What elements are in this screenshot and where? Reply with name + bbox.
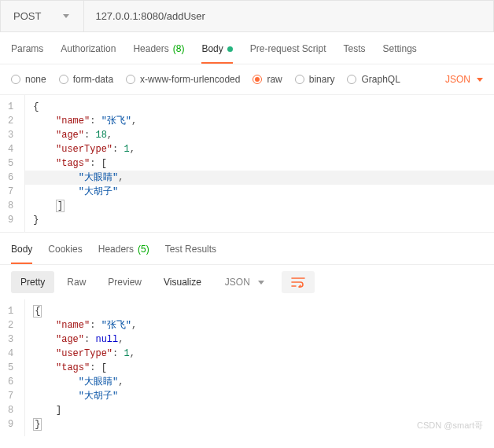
tab-headers[interactable]: Headers (8) xyxy=(133,43,184,64)
request-tabs: Params Authorization Headers (8) Body Pr… xyxy=(0,32,494,64)
tab-authorization[interactable]: Authorization xyxy=(61,43,116,64)
tab-settings[interactable]: Settings xyxy=(383,43,417,64)
url-bar: POST 127.0.0.1:8080/addUser xyxy=(0,0,494,32)
radio-label: GraphQL xyxy=(361,74,400,85)
view-raw[interactable]: Raw xyxy=(57,271,95,293)
wrap-lines-button[interactable] xyxy=(282,271,315,293)
tab-resp-headers[interactable]: Headers (5) xyxy=(98,244,149,264)
radio-urlencoded[interactable]: x-www-form-urlencoded xyxy=(126,74,240,85)
radio-raw[interactable]: raw xyxy=(253,74,282,85)
view-pretty[interactable]: Pretty xyxy=(11,271,54,293)
radio-binary[interactable]: binary xyxy=(295,74,335,85)
radio-label: x-www-form-urlencoded xyxy=(140,74,240,85)
tab-body-label: Body xyxy=(201,43,223,54)
response-view-row: Pretty Raw Preview Visualize JSON xyxy=(0,265,494,299)
radio-label: none xyxy=(25,74,46,85)
caret-down-icon xyxy=(477,78,483,82)
http-method-label: POST xyxy=(13,10,41,22)
radio-none[interactable]: none xyxy=(11,74,46,85)
tab-resp-body[interactable]: Body xyxy=(11,244,32,264)
body-lang-label: JSON xyxy=(445,74,470,85)
response-lang-label: JSON xyxy=(225,277,250,288)
view-preview[interactable]: Preview xyxy=(98,271,151,293)
tab-body[interactable]: Body xyxy=(201,43,232,64)
radio-icon xyxy=(11,75,20,84)
radio-label: binary xyxy=(309,74,335,85)
line-gutter: 123456789 xyxy=(0,299,25,436)
wrap-icon xyxy=(291,277,305,288)
response-tabs: Body Cookies Headers (5) Test Results xyxy=(0,233,494,265)
radio-label: form-data xyxy=(73,74,113,85)
radio-graphql[interactable]: GraphQL xyxy=(347,74,400,85)
radio-icon xyxy=(347,75,356,84)
radio-icon xyxy=(59,75,68,84)
url-input[interactable]: 127.0.0.1:8080/addUser xyxy=(84,1,493,31)
response-lang-select[interactable]: JSON xyxy=(225,277,264,288)
radio-icon xyxy=(253,75,262,84)
tab-resp-cookies[interactable]: Cookies xyxy=(48,244,82,264)
resp-headers-count: (5) xyxy=(138,244,149,255)
radio-icon xyxy=(126,75,135,84)
body-type-row: none form-data x-www-form-urlencoded raw… xyxy=(0,64,494,95)
code-area[interactable]: { "name": "张飞", "age": 18, "userType": 1… xyxy=(25,95,494,232)
code-area: { "name": "张飞", "age": null, "userType":… xyxy=(25,299,494,436)
response-body-viewer[interactable]: 123456789 { "name": "张飞", "age": null, "… xyxy=(0,299,494,436)
tab-tests[interactable]: Tests xyxy=(343,43,365,64)
dot-icon xyxy=(227,46,233,52)
radio-formdata[interactable]: form-data xyxy=(59,74,113,85)
line-gutter: 123456789 xyxy=(0,95,25,232)
request-body-editor[interactable]: 123456789 { "name": "张飞", "age": 18, "us… xyxy=(0,95,494,233)
tab-prerequest[interactable]: Pre-request Script xyxy=(250,43,326,64)
radio-label: raw xyxy=(267,74,282,85)
body-lang-select[interactable]: JSON xyxy=(445,74,483,85)
radio-icon xyxy=(295,75,304,84)
tab-resp-headers-label: Headers xyxy=(98,244,134,255)
caret-down-icon xyxy=(63,14,69,18)
tab-params[interactable]: Params xyxy=(11,43,43,64)
http-method-select[interactable]: POST xyxy=(1,1,84,31)
caret-down-icon xyxy=(258,281,264,285)
headers-count: (8) xyxy=(173,43,185,54)
tab-headers-label: Headers xyxy=(133,43,168,54)
view-visualize[interactable]: Visualize xyxy=(154,271,211,293)
tab-resp-tests[interactable]: Test Results xyxy=(165,244,216,264)
